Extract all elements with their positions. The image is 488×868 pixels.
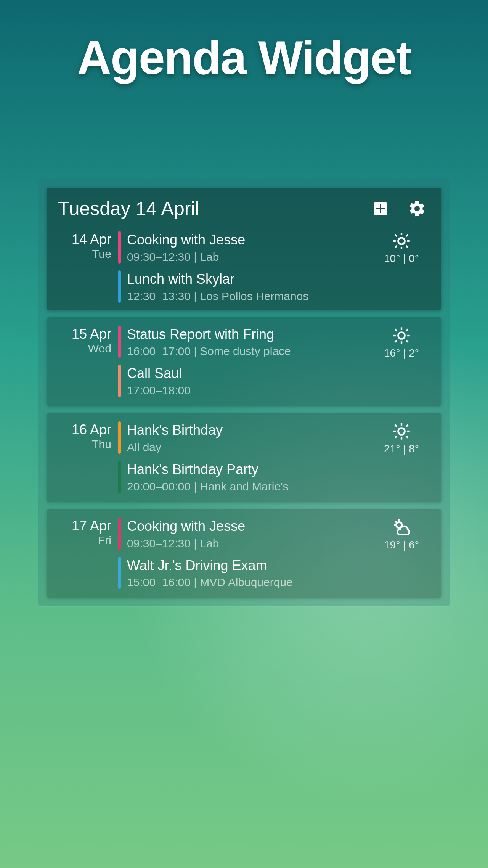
svg-line-28 <box>395 436 397 438</box>
event-title: Call Saul <box>127 365 191 383</box>
date-column: 14 Apr Tue <box>58 231 118 303</box>
event-color-bar <box>118 231 121 264</box>
svg-line-19 <box>395 340 397 342</box>
event-title: Status Report with Fring <box>127 326 291 344</box>
day-card: 17 Apr Fri Cooking with Jesse 09:30–12:3… <box>47 509 441 598</box>
event-item[interactable]: Hank's Birthday All day <box>118 421 373 454</box>
svg-line-16 <box>406 340 408 342</box>
date-label: 17 Apr <box>58 518 111 534</box>
event-item[interactable]: Walt Jr.'s Driving Exam 15:00–16:00 | MV… <box>118 557 373 589</box>
event-item[interactable]: Cooking with Jesse 09:30–12:30 | Lab <box>118 231 373 264</box>
day-card: 16 Apr Thu Hank's Birthday All day Hank'… <box>47 413 441 502</box>
event-color-bar <box>118 421 121 454</box>
day-card: 15 Apr Wed Status Report with Fring 16:0… <box>47 317 441 407</box>
svg-point-12 <box>398 332 405 339</box>
svg-line-7 <box>406 246 408 248</box>
date-label: 16 Apr <box>58 421 111 438</box>
event-title: Hank's Birthday Party <box>127 461 289 479</box>
weather-block: 10° | 0° <box>373 231 430 303</box>
date-column: 15 Apr Wed <box>58 326 118 397</box>
svg-line-10 <box>395 246 397 248</box>
dow-label: Wed <box>58 342 111 355</box>
event-subtext: 20:00–00:00 | Hank and Marie's <box>127 480 289 493</box>
weather-block: 19° | 6° <box>373 518 430 589</box>
sun-icon <box>392 326 411 346</box>
event-color-bar <box>118 326 121 358</box>
date-column: 17 Apr Fri <box>58 518 118 589</box>
event-subtext: 09:30–12:30 | Lab <box>127 251 245 264</box>
add-event-icon[interactable] <box>371 199 390 218</box>
svg-line-6 <box>395 235 397 236</box>
agenda-widget: Tuesday 14 April 14 Apr Tue Cooking w <box>38 179 450 606</box>
event-color-bar <box>118 365 121 397</box>
svg-point-3 <box>398 238 405 244</box>
event-item[interactable]: Cooking with Jesse 09:30–12:30 | Lab <box>118 518 373 550</box>
settings-icon[interactable] <box>408 199 426 218</box>
svg-line-33 <box>395 521 396 522</box>
event-subtext: 15:00–16:00 | MVD Albuquerque <box>127 576 293 589</box>
date-column: 16 Apr Thu <box>58 421 118 493</box>
sun-icon <box>392 231 411 251</box>
event-item[interactable]: Call Saul 17:00–18:00 <box>118 365 373 397</box>
header-date-title: Tuesday 14 April <box>58 198 371 220</box>
event-color-bar <box>118 557 121 589</box>
event-title: Cooking with Jesse <box>127 231 245 249</box>
event-subtext: 12:30–13:30 | Los Pollos Hermanos <box>127 290 308 303</box>
svg-line-11 <box>406 235 408 236</box>
header-card: Tuesday 14 April 14 Apr Tue Cooking w <box>47 188 441 310</box>
event-item[interactable]: Hank's Birthday Party 20:00–00:00 | Hank… <box>118 461 373 493</box>
event-subtext: 09:30–12:30 | Lab <box>127 537 245 550</box>
date-label: 14 Apr <box>58 231 111 248</box>
svg-rect-2 <box>376 208 385 209</box>
event-title: Cooking with Jesse <box>127 518 245 535</box>
event-color-bar <box>118 518 121 550</box>
weather-temp: 16° | 2° <box>373 347 430 359</box>
event-item[interactable]: Status Report with Fring 16:00–17:00 | S… <box>118 326 373 358</box>
svg-line-24 <box>395 425 397 427</box>
svg-line-25 <box>406 436 408 438</box>
event-color-bar <box>118 270 121 303</box>
svg-line-15 <box>395 329 397 331</box>
event-title: Lunch with Skylar <box>127 270 308 288</box>
weather-block: 16° | 2° <box>373 326 430 397</box>
sun-icon <box>392 421 411 441</box>
weather-block: 21° | 8° <box>373 421 430 493</box>
date-label: 15 Apr <box>58 326 111 342</box>
weather-temp: 10° | 0° <box>373 252 430 265</box>
event-subtext: 16:00–17:00 | Some dusty place <box>127 345 291 358</box>
weather-temp: 19° | 6° <box>373 539 430 551</box>
event-color-bar <box>118 461 121 493</box>
dow-label: Fri <box>58 534 111 547</box>
svg-line-29 <box>406 425 408 427</box>
dow-label: Tue <box>58 248 111 260</box>
page-title: Agenda Widget <box>0 31 488 85</box>
partly-cloudy-icon <box>392 518 411 537</box>
event-item[interactable]: Lunch with Skylar 12:30–13:30 | Los Poll… <box>118 270 373 303</box>
svg-line-20 <box>406 329 408 331</box>
weather-temp: 21° | 8° <box>373 443 430 455</box>
event-title: Hank's Birthday <box>127 421 223 439</box>
event-subtext: 17:00–18:00 <box>127 384 191 397</box>
day-block: 14 Apr Tue Cooking with Jesse 09:30–12:3… <box>58 231 430 303</box>
event-subtext: All day <box>127 441 223 454</box>
svg-point-21 <box>398 428 405 435</box>
event-title: Walt Jr.'s Driving Exam <box>127 557 293 575</box>
dow-label: Thu <box>58 438 111 451</box>
